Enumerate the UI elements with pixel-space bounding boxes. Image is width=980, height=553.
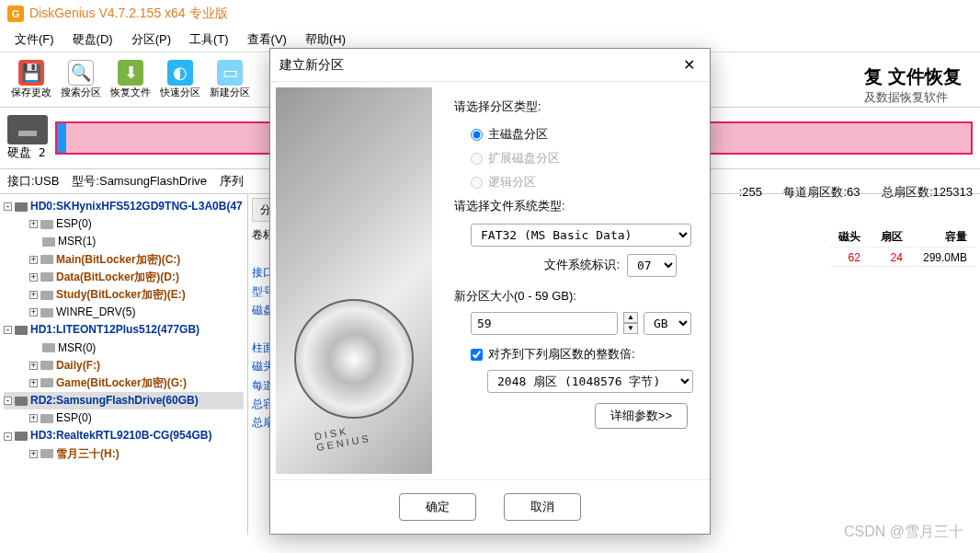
radio-extended[interactable]: 扩展磁盘分区: [471, 146, 693, 170]
spin-down-icon[interactable]: ▼: [623, 323, 638, 334]
filesystem-label: 请选择文件系统类型:: [454, 194, 693, 218]
new-partition-dialog: 建立新分区 ✕ 请选择分区类型: 主磁盘分区 扩展磁盘分区 逻辑分区 请选择文件…: [269, 48, 711, 535]
fs-ident-label: 文件系统标识:: [544, 253, 620, 277]
size-input[interactable]: [471, 312, 618, 335]
align-select[interactable]: 2048 扇区 (1048576 字节): [487, 370, 693, 393]
size-unit-select[interactable]: GB: [644, 312, 691, 335]
align-checkbox[interactable]: [471, 349, 483, 361]
close-icon[interactable]: ✕: [678, 54, 701, 75]
radio-primary[interactable]: 主磁盘分区: [471, 122, 693, 146]
spin-up-icon[interactable]: ▲: [623, 312, 638, 323]
cancel-button[interactable]: 取消: [504, 493, 581, 521]
partition-type-label: 请选择分区类型:: [454, 95, 693, 119]
dialog-hero-image: [276, 87, 432, 474]
radio-logical[interactable]: 逻辑分区: [471, 170, 693, 194]
watermark: CSDN @雪月三十: [844, 523, 963, 542]
ok-button[interactable]: 确定: [399, 493, 476, 521]
advanced-button[interactable]: 详细参数>>: [595, 403, 688, 429]
modal-overlay: 建立新分区 ✕ 请选择分区类型: 主磁盘分区 扩展磁盘分区 逻辑分区 请选择文件…: [0, 0, 980, 553]
dialog-title: 建立新分区: [279, 57, 344, 74]
size-label: 新分区大小(0 - 59 GB):: [454, 284, 693, 308]
filesystem-select[interactable]: FAT32 (MS Basic Data): [471, 224, 691, 247]
size-spinner[interactable]: ▲▼: [623, 312, 638, 335]
align-label: 对齐到下列扇区数的整数倍:: [488, 342, 635, 366]
dialog-form: 请选择分区类型: 主磁盘分区 扩展磁盘分区 逻辑分区 请选择文件系统类型: FA…: [438, 82, 710, 479]
fs-ident-select[interactable]: 07: [627, 254, 677, 277]
